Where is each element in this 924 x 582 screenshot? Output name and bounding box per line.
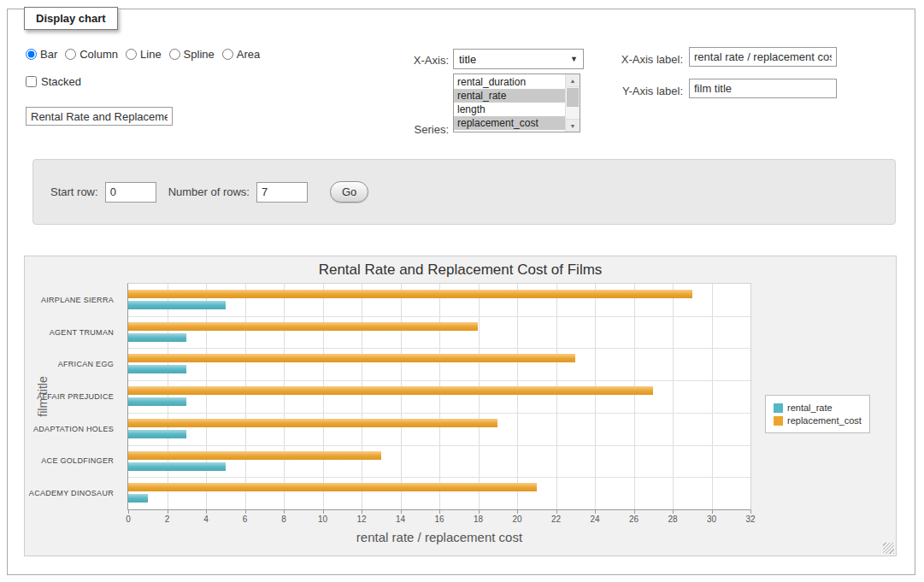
gridline [206, 284, 207, 509]
x-tick-mark [401, 510, 402, 514]
x-tick-mark [750, 510, 751, 514]
gridline [362, 284, 362, 509]
bar-rental_rate [128, 462, 226, 471]
bar-replacement_cost [128, 451, 381, 460]
chart-type-radio[interactable] [222, 49, 233, 60]
gridline [556, 284, 557, 509]
x-tick-label: 24 [590, 514, 599, 524]
chart-type-radio[interactable] [65, 49, 76, 60]
start-row-label: Start row: [50, 185, 98, 198]
chart-type-label: Bar [40, 48, 57, 61]
x-tick-label: 26 [629, 514, 639, 524]
x-axis-label-input[interactable] [689, 47, 837, 67]
x-tick-mark [284, 510, 285, 514]
legend-swatch-icon [774, 416, 783, 426]
bar-replacement_cost [128, 419, 497, 427]
x-axis-select-label: X-Axis: [375, 54, 449, 67]
stacked-label: Stacked [41, 75, 81, 88]
start-row-input[interactable] [105, 182, 156, 203]
legend-swatch-icon [774, 403, 783, 413]
bar-replacement_cost [128, 483, 537, 491]
chart-legend: rental_ratereplacement_cost [765, 395, 870, 433]
chart-title-input[interactable] [26, 107, 173, 126]
x-tick-mark [556, 510, 557, 514]
category-label: ADAPTATION HOLES [25, 413, 121, 445]
x-tick-mark [634, 510, 635, 514]
resize-handle-icon[interactable] [883, 543, 894, 554]
gridline [673, 284, 674, 509]
chart-type-radio[interactable] [26, 49, 37, 60]
x-tick-mark [517, 510, 518, 514]
x-tick-mark [479, 510, 480, 514]
x-tick-mark [712, 510, 713, 514]
gridline [517, 284, 518, 509]
gridline [439, 284, 440, 509]
series-listbox[interactable]: rental_duration rental_rate length repla… [453, 73, 580, 132]
legend-label: replacement_cost [787, 415, 862, 426]
legend-items: rental_ratereplacement_cost [774, 403, 862, 426]
gridline [712, 284, 713, 509]
bar-replacement_cost [128, 322, 478, 331]
scroll-down-icon[interactable]: ▼ [566, 119, 580, 132]
x-tick-label: 2 [165, 514, 170, 524]
bar-rental_rate [128, 397, 186, 406]
bar-replacement_cost [128, 354, 575, 362]
gridline [245, 284, 246, 509]
x-tick-label: 8 [281, 514, 286, 524]
bar-replacement_cost [128, 290, 692, 298]
gridline [634, 284, 635, 509]
gridline [168, 284, 168, 509]
x-tick-label: 16 [434, 514, 444, 524]
x-tick-label: 10 [318, 514, 327, 524]
chart-type-radio[interactable] [126, 49, 137, 60]
chart-type-option-bar[interactable]: Bar [26, 48, 57, 61]
listbox-scrollbar[interactable]: ▲ ▼ [565, 74, 580, 132]
chart-container: Rental Rate and Replacement Cost of Film… [24, 256, 897, 556]
x-tick-label: 20 [512, 514, 521, 524]
chart-type-option-area[interactable]: Area [222, 48, 260, 61]
category-label: AGENT TRUMAN [25, 316, 121, 349]
legend-label: rental_rate [787, 403, 833, 413]
stacked-checkbox[interactable] [26, 76, 37, 87]
legend-entry[interactable]: rental_rate [774, 403, 862, 413]
x-tick-label: 0 [126, 514, 131, 524]
series-options: rental_duration rental_rate length repla… [454, 74, 565, 132]
gridline [401, 284, 402, 509]
x-tick-label: 32 [745, 514, 755, 524]
x-axis-select[interactable]: title ▼ [453, 49, 584, 69]
y-axis-label-label: Y-Axis label: [568, 85, 683, 97]
gridline [128, 477, 750, 478]
series-option[interactable]: rental_rate [454, 89, 565, 103]
series-option[interactable]: length [454, 103, 565, 116]
chart-type-radio[interactable] [169, 49, 180, 60]
chart-type-option-line[interactable]: Line [126, 48, 162, 61]
category-label: ACADEMY DINOSAUR [25, 477, 121, 509]
number-of-rows-input[interactable] [256, 182, 308, 203]
number-of-rows-label: Number of rows: [168, 185, 250, 198]
x-axis-label-label: X-Axis label: [568, 53, 683, 66]
x-tick-label: 12 [356, 514, 366, 524]
x-tick-mark [439, 510, 440, 514]
series-label: Series: [375, 123, 449, 136]
x-tick-mark [362, 510, 362, 514]
chart-type-option-spline[interactable]: Spline [169, 48, 215, 61]
series-option[interactable]: rental_duration [454, 75, 565, 89]
stacked-option[interactable]: Stacked [26, 75, 81, 88]
y-axis-label-input[interactable] [689, 79, 837, 98]
x-tick-mark [206, 510, 207, 514]
app-container: Display chart Bar Column Line Spline Are… [7, 9, 915, 575]
x-tick-label: 22 [551, 514, 561, 524]
panel-title-tab: Display chart [24, 7, 118, 30]
bar-replacement_cost [128, 386, 653, 395]
category-label: ACE GOLDFINGER [25, 445, 121, 478]
category-label: AFRICAN EGG [25, 348, 121, 380]
series-option[interactable]: replacement_cost [454, 116, 565, 130]
x-tick-label: 14 [396, 514, 405, 524]
panel-title: Display chart [36, 12, 106, 25]
chart-type-group: Bar Column Line Spline Area [26, 48, 268, 61]
bar-rental_rate [128, 430, 186, 438]
gridline [128, 316, 750, 317]
chart-type-option-column[interactable]: Column [65, 48, 118, 61]
go-button[interactable]: Go [330, 181, 368, 203]
legend-entry[interactable]: replacement_cost [774, 415, 862, 426]
